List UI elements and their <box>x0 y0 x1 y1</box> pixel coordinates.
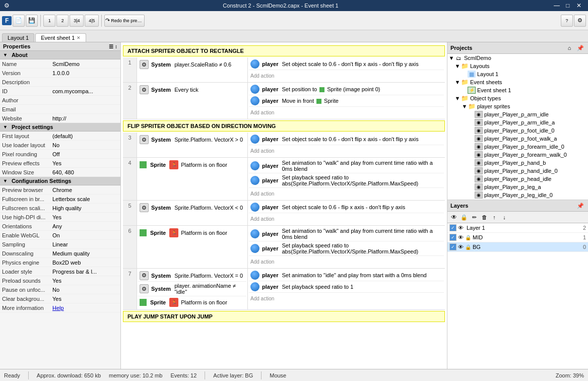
event-scroll[interactable]: ATTACH SPRITER OBJECT TO RECTANGLE 1 ⚙ S… <box>121 42 447 369</box>
layer-down-icon[interactable]: ↓ <box>500 213 509 222</box>
action-7-2[interactable]: player Set playback speed ratio to 1 <box>249 281 444 293</box>
layer-vis-bg[interactable]: 👁 <box>458 244 464 250</box>
settings-button[interactable]: ⚙ <box>574 15 586 27</box>
save-button[interactable]: 💾 <box>26 15 38 27</box>
add-action-1[interactable]: Add action <box>249 70 444 81</box>
layer-lock-mid[interactable]: 🔒 <box>465 235 471 240</box>
condition-7-3[interactable]: Sprite 🏃 Platform is on floor <box>138 296 246 308</box>
tree-sprite-leg-a[interactable]: ◉ player_Player_p_leg_a <box>447 183 588 191</box>
condition-7-1[interactable]: ⚙ System Sprite.Platform. VectorX = 0 <box>138 270 246 282</box>
tree-root-scmldemo[interactable]: ▼ 🗂 ScmlDemo <box>447 54 588 62</box>
event-num-6: 6 <box>123 226 137 268</box>
tab-layout1[interactable]: Layout 1 <box>2 33 34 42</box>
action-2-2[interactable]: player Move in front Sprite <box>249 95 444 107</box>
add-action-2[interactable]: Add action <box>249 107 444 118</box>
cond-6-obj: Sprite <box>150 230 166 236</box>
add-action-7[interactable]: Add action <box>249 293 444 304</box>
layer-check-bg[interactable]: ✓ <box>449 243 456 250</box>
tree-sprite-arm-idle[interactable]: ◉ player_Player_p_arm_idle <box>447 110 588 118</box>
add-action-4[interactable]: Add action <box>249 188 444 199</box>
project-settings-label: Project settings <box>12 124 53 130</box>
btn-4[interactable]: 4|5 <box>85 15 99 27</box>
action-4-text2: Set playback speed ratio to abs(Sprite.P… <box>282 174 442 186</box>
condition-1-1[interactable]: ⚙ System player.ScaleRatio ≠ 0.6 <box>138 58 246 71</box>
condition-2-1[interactable]: ⚙ System Every tick <box>138 84 246 96</box>
action-3-1[interactable]: player Set object scale to 0.6 - don't f… <box>249 134 444 145</box>
tree-player-sprites-folder[interactable]: ▼ 📁 player sprites <box>447 102 588 110</box>
action-7-1[interactable]: player Set animation to "idle" and play … <box>249 270 444 281</box>
action-4-2[interactable]: player Set playback speed ratio to abs(S… <box>249 173 444 188</box>
tree-sprite-forearm-idle[interactable]: ◉ player_Player_p_forearm_idle_0 <box>447 143 588 151</box>
btn-2[interactable]: 2 <box>56 15 69 27</box>
layer-up-icon[interactable]: ↑ <box>490 213 499 222</box>
config-settings-section-header[interactable]: ▼ Configuration Settings <box>0 177 120 185</box>
add-action-6[interactable]: Add action <box>249 256 444 267</box>
tree-sprite-forearm-walk[interactable]: ◉ player_Player_p_forearm_walk_0 <box>447 151 588 159</box>
tree-sprite-head-idle[interactable]: ◉ player_Player_p_head_idle <box>447 175 588 183</box>
tree-sprite-leg-idle[interactable]: ◉ player_Player_p_leg_idle_0 <box>447 191 588 199</box>
layer-check-mid[interactable]: ✓ <box>449 234 456 241</box>
layer-lock-bg[interactable]: 🔒 <box>465 244 471 250</box>
action-6-text2: Set playback speed ratio to abs(Sprite.P… <box>282 242 442 255</box>
platform-icon-4: 🏃 <box>169 160 178 169</box>
tree-sprite-hand-idle[interactable]: ◉ player_Player_p_hand_idle_0 <box>447 167 588 175</box>
close-button[interactable]: ✕ <box>574 2 584 10</box>
layers-pin-icon[interactable]: 📌 <box>576 201 585 210</box>
tree-eventsheet1[interactable]: ⚡ Event sheet 1 <box>447 86 588 94</box>
proj-home-icon[interactable]: ⌂ <box>565 43 574 52</box>
tree-eventsheets-folder[interactable]: ▼ 📁 Event sheets <box>447 78 588 86</box>
layer-name-1: Layer 1 <box>467 225 581 231</box>
tab-events1[interactable]: Event sheet 1 ✕ <box>35 33 86 42</box>
action-4-1[interactable]: player Set animation to "walk" and play … <box>249 159 444 173</box>
condition-3-1[interactable]: ⚙ System Sprite.Platform. VectorX > 0 <box>138 134 246 146</box>
condition-7-2[interactable]: ⚙ System player. animationName ≠ "idle" <box>138 282 246 296</box>
tab-events1-close[interactable]: ✕ <box>77 35 81 40</box>
add-action-3[interactable]: Add action <box>249 145 444 156</box>
action-1-1[interactable]: player Set object scale to 0.6 - don't f… <box>249 58 444 70</box>
layer-row-bg[interactable]: ✓ 👁 🔒 BG 0 <box>447 242 588 252</box>
tree-layouts-folder[interactable]: ▼ 📁 Layouts <box>447 62 588 70</box>
project-settings-section-header[interactable]: ▼ Project settings <box>0 123 120 132</box>
tree-sprite-foot-walk[interactable]: ◉ player_Player_p_foot_walk_a <box>447 135 588 143</box>
layer-vis-mid[interactable]: 👁 <box>458 234 464 240</box>
tree-sprite-foot-idle[interactable]: ◉ player_Player_p_foot_idle_0 <box>447 126 588 135</box>
help-button[interactable]: ? <box>561 15 573 27</box>
tree-layout1[interactable]: ▦ Layout 1 <box>447 70 588 78</box>
layer-row-mid[interactable]: ✓ 👁 🔒 MID 1 <box>447 233 588 242</box>
maximize-button[interactable]: □ <box>563 2 573 10</box>
btn-3[interactable]: 3|4 <box>70 15 84 27</box>
run-button[interactable]: F <box>2 16 12 25</box>
tree-sprite-hand-b[interactable]: ◉ player_Player_p_hand_b <box>447 159 588 167</box>
new-button[interactable]: 📄 <box>13 15 25 27</box>
condition-4-1[interactable]: Sprite 🏃 Platform is on floor <box>138 159 246 171</box>
action-2-1[interactable]: player Set position to Sprite (image poi… <box>249 84 444 95</box>
system-icon-5: ⚙ <box>140 203 149 212</box>
layer-vis-1[interactable]: 👁 <box>458 225 464 231</box>
condition-5-1[interactable]: ⚙ System Sprite.Platform. VectorX < 0 <box>138 202 246 214</box>
tree-sprite-arm-idle-a[interactable]: ◉ player_Player_p_arm_idle_a <box>447 118 588 126</box>
layer-row-1[interactable]: ✓ 👁 Layer 1 2 <box>447 223 588 233</box>
tree-arrow-eventsheets: ▼ <box>454 79 461 85</box>
layer-edit-icon[interactable]: ✏ <box>470 213 479 222</box>
layer-lock-icon[interactable]: 🔒 <box>460 213 469 222</box>
redo-button[interactable]: ↷ Redo the previously undone action <box>104 15 145 27</box>
prop-id-label: ID <box>2 88 52 94</box>
tree-objecttypes-folder[interactable]: ▼ 📁 Object types <box>447 94 588 102</box>
layer-eye-icon[interactable]: 👁 <box>449 213 459 222</box>
about-section-label: About <box>12 52 28 58</box>
action-6-1[interactable]: player Set animation to "walk" and play … <box>249 227 444 241</box>
condition-6-1[interactable]: Sprite 🏃 Platform is on floor <box>138 227 246 239</box>
minimize-button[interactable]: — <box>552 2 562 10</box>
layer-delete-icon[interactable]: 🗑 <box>480 213 489 222</box>
player-icon-4b <box>250 176 259 185</box>
action-5-obj: player <box>262 204 278 210</box>
add-action-5[interactable]: Add action <box>249 213 444 224</box>
btn-1[interactable]: 1 <box>43 15 55 27</box>
layer-check-1[interactable]: ✓ <box>449 224 456 231</box>
about-section-header[interactable]: ▼ About <box>0 51 120 59</box>
action-5-1[interactable]: player Set object scale to 0.6 - flip x … <box>249 202 444 213</box>
action-6-2[interactable]: player Set playback speed ratio to abs(S… <box>249 241 444 256</box>
prop-more-info-value[interactable]: Help <box>52 305 118 311</box>
titlebar-left: ⚙ <box>4 2 10 9</box>
proj-pin-icon[interactable]: 📌 <box>576 43 585 52</box>
